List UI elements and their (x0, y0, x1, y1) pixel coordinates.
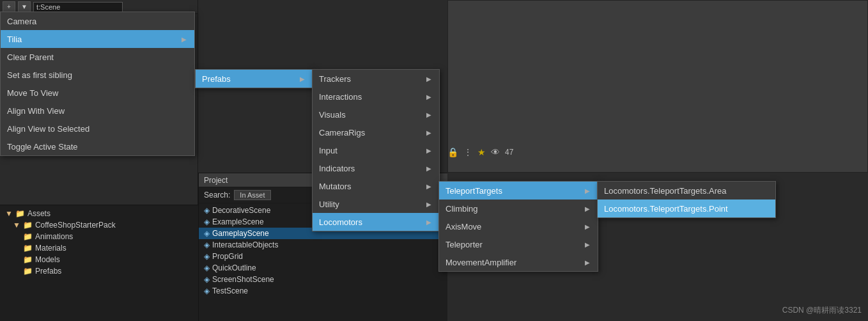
menu-item-first-sibling[interactable]: Set as first sibling (1, 66, 194, 84)
star-icon[interactable]: ★ (477, 147, 486, 157)
menu-item-trackers[interactable]: Trackers ▶ (313, 70, 439, 88)
context-menu-level2: Prefabs ▶ (195, 69, 313, 88)
scene-icon: ◈ (204, 275, 210, 284)
scene-icon: ◈ (204, 229, 210, 238)
add-button[interactable]: + (3, 1, 15, 13)
scene-icon: ◈ (204, 206, 210, 215)
scene-test[interactable]: ◈ TestScene (199, 285, 447, 297)
folder-icon: ▼ (5, 209, 13, 218)
menu-item-toggle-active[interactable]: Toggle Active State (1, 137, 194, 155)
submenu-arrow: ▶ (585, 241, 590, 248)
context-menu-level5: Locomotors.TeleportTargets.Area Locomoto… (597, 181, 776, 218)
menu-item-teleporter[interactable]: Teleporter ▶ (439, 235, 598, 253)
assets-tree: ▼ 📁 Assets ▼ 📁 CoffeeShopStarterPack 📁 A… (0, 205, 198, 279)
folder-icon: 📁 (23, 232, 33, 241)
viewport-toolbar: 🔒 ⋮ ★ 👁 47 (447, 147, 513, 157)
context-menu-level4: TeleportTargets ▶ Climbing ▶ AxisMove ▶ … (438, 181, 598, 272)
folder-materials[interactable]: 📁 Materials (0, 242, 198, 254)
submenu-arrow: ▶ (426, 129, 431, 136)
submenu-arrow: ▶ (585, 223, 590, 230)
count-badge: 47 (505, 148, 513, 157)
folder-icon: 📁 (15, 209, 25, 218)
submenu-arrow: ▶ (426, 201, 431, 208)
menu-item-align-view-selected[interactable]: Align View to Selected (1, 120, 194, 137)
menu-item-teleport-point[interactable]: Locomotors.TeleportTargets.Point (598, 200, 775, 217)
folder-animations[interactable]: 📁 Animations (0, 231, 198, 242)
scene-icon: ◈ (204, 217, 210, 226)
menu-item-movementamplifier[interactable]: MovementAmplifier ▶ (439, 253, 598, 271)
submenu-arrow: ▶ (426, 219, 431, 226)
menu-item-indicators[interactable]: Indicators ▶ (313, 159, 439, 177)
scene-icon: ◈ (204, 263, 210, 272)
scene-quickoutline[interactable]: ◈ QuickOutline (199, 262, 447, 274)
submenu-arrow: ▶ (426, 111, 431, 118)
menu-item-clear-parent[interactable]: Clear Parent (1, 48, 194, 66)
folder-models[interactable]: 📁 Models (0, 254, 198, 265)
folder-icon: 📁 (23, 221, 33, 230)
folder-icon: 📁 (23, 244, 33, 253)
menu-item-visuals[interactable]: Visuals ▶ (313, 106, 439, 123)
more-icon[interactable]: ⋮ (463, 147, 472, 157)
submenu-arrow: ▶ (585, 187, 590, 194)
search-input[interactable] (33, 2, 123, 12)
menu-item-input[interactable]: Input ▶ (313, 141, 439, 159)
menu-item-locomotors[interactable]: Locomotors ▶ (313, 213, 439, 231)
watermark: CSDN @晴耕雨读3321 (782, 305, 862, 316)
assets-panel: ▼ 📁 Assets ▼ 📁 CoffeeShopStarterPack 📁 A… (0, 205, 198, 321)
submenu-arrow: ▶ (300, 75, 305, 82)
menu-item-camera[interactable]: Camera (1, 12, 194, 30)
scene-interactable[interactable]: ◈ InteractableObjects (199, 239, 447, 251)
assets-root[interactable]: ▼ 📁 Assets (0, 208, 198, 219)
submenu-arrow: ▶ (182, 36, 187, 43)
menu-item-utility[interactable]: Utility ▶ (313, 195, 439, 213)
scene-icon: ◈ (204, 286, 210, 295)
eye-icon: 👁 (491, 147, 500, 157)
submenu-arrow: ▶ (426, 147, 431, 154)
folder-expand-icon: ▼ (13, 221, 20, 230)
folder-prefabs[interactable]: 📁 Prefabs (0, 265, 198, 277)
menu-item-align-with-view[interactable]: Align With View (1, 102, 194, 120)
menu-item-prefabs[interactable]: Prefabs ▶ (196, 70, 313, 88)
menu-item-axismove[interactable]: AxisMove ▶ (439, 217, 598, 235)
submenu-arrow: ▶ (585, 259, 590, 266)
menu-item-move-to-view[interactable]: Move To View (1, 84, 194, 102)
menu-item-tilia[interactable]: Tilia ▶ (1, 30, 194, 48)
submenu-arrow: ▶ (585, 205, 590, 212)
folder-icon: 📁 (23, 255, 33, 264)
submenu-arrow: ▶ (426, 93, 431, 100)
menu-item-climbing[interactable]: Climbing ▶ (439, 200, 598, 217)
scene-propgrid[interactable]: ◈ PropGrid (199, 251, 447, 262)
context-menu-level3: Trackers ▶ Interactions ▶ Visuals ▶ Came… (312, 69, 440, 231)
dropdown-button[interactable]: ▼ (18, 1, 31, 13)
menu-item-camerarigs[interactable]: CameraRigs ▶ (313, 123, 439, 141)
scene-screenshot[interactable]: ◈ ScreenShotScene (199, 274, 447, 285)
submenu-arrow: ▶ (426, 183, 431, 190)
scene-icon: ◈ (204, 240, 210, 249)
scene-icon: ◈ (204, 252, 210, 261)
menu-item-mutators[interactable]: Mutators ▶ (313, 177, 439, 195)
submenu-arrow: ▶ (426, 75, 431, 82)
menu-item-interactions[interactable]: Interactions ▶ (313, 88, 439, 106)
menu-item-teleporttargets[interactable]: TeleportTargets ▶ (439, 182, 598, 200)
submenu-arrow: ▶ (426, 165, 431, 172)
context-menu-level1: Camera Tilia ▶ Clear Parent Set as first… (0, 12, 195, 156)
lock-icon[interactable]: 🔒 (447, 147, 458, 157)
folder-icon: 📁 (23, 267, 33, 276)
menu-item-teleport-area[interactable]: Locomotors.TeleportTargets.Area (598, 182, 775, 200)
search-location[interactable]: In Asset (234, 190, 270, 200)
folder-coffeeshop[interactable]: ▼ 📁 CoffeeShopStarterPack (0, 219, 198, 231)
